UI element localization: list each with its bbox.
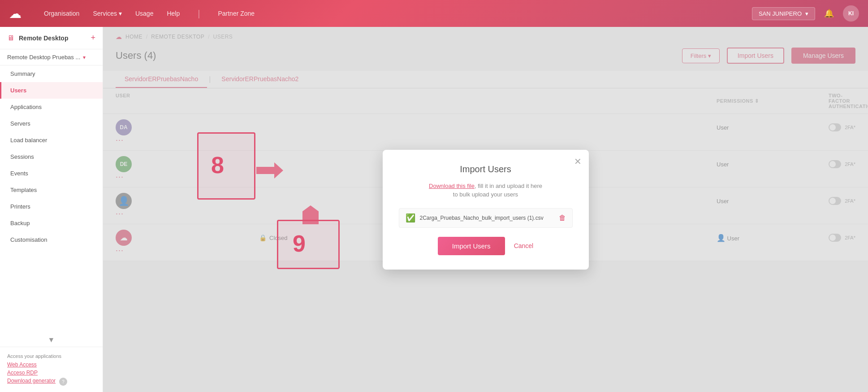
sidebar-org-selector[interactable]: Remote Desktop Pruebas ... ▾: [0, 49, 103, 65]
sidebar-footer-title: Access your applications: [7, 353, 95, 359]
sidebar-item-applications[interactable]: Applications: [0, 99, 103, 115]
modal-cancel-button[interactable]: Cancel: [514, 242, 534, 249]
org-dropdown-icon: ▾: [805, 10, 808, 17]
content-area: ☁ HOME / REMOTE DESKTOP / USERS Users (4…: [103, 27, 868, 392]
sidebar-org-arrow-icon: ▾: [83, 54, 86, 61]
user-avatar[interactable]: KI: [843, 5, 859, 22]
modal-description: Download this file, fill it in and uploa…: [399, 182, 573, 199]
sidebar-item-users[interactable]: Users: [0, 82, 103, 99]
sidebar-item-summary[interactable]: Summary: [0, 65, 103, 82]
modal-actions: Import Users Cancel: [399, 237, 573, 255]
sidebar-header: 🖥 Remote Desktop +: [0, 27, 103, 49]
delete-file-icon[interactable]: 🗑: [559, 214, 566, 222]
modal-file-row: ✅ 2Carga_Pruebas_Nacho_bulk_import_users…: [399, 208, 573, 228]
sidebar-item-sessions[interactable]: Sessions: [0, 148, 103, 165]
sidebar-scroll-down[interactable]: ▼: [0, 333, 103, 347]
top-navbar: ☁ Organisation Services ▾ Usage Help | P…: [0, 0, 868, 27]
sidebar: 🖥 Remote Desktop + Remote Desktop Prueba…: [0, 27, 103, 392]
navbar-logo: ☁: [9, 6, 22, 21]
sidebar-web-access-link[interactable]: Web Access: [7, 362, 95, 368]
org-name: SAN JUNIPERO: [759, 10, 802, 17]
sidebar-product-title: Remote Desktop: [19, 35, 86, 42]
nav-organisation[interactable]: Organisation: [44, 10, 79, 17]
svg-marker-1: [302, 205, 319, 224]
modal-import-button[interactable]: Import Users: [438, 237, 505, 255]
modal-overlay: ✕ Import Users Download this file, fill …: [103, 27, 868, 392]
nav-services[interactable]: Services ▾: [93, 10, 122, 17]
sidebar-rdp-link[interactable]: Acceso RDP: [7, 370, 95, 376]
sidebar-header-icon: 🖥: [7, 34, 14, 42]
nav-usage[interactable]: Usage: [135, 10, 153, 17]
modal-close-button[interactable]: ✕: [574, 156, 582, 167]
file-check-icon: ✅: [406, 213, 415, 223]
navbar-separator: |: [198, 9, 200, 19]
download-file-link[interactable]: Download this file: [429, 183, 475, 189]
sidebar-item-customisation[interactable]: Customisation: [0, 231, 103, 248]
sidebar-download-generator-link[interactable]: Download generator: [7, 378, 56, 384]
sidebar-org-name: Remote Desktop Pruebas ...: [7, 54, 80, 61]
svg-marker-0: [256, 162, 283, 179]
navbar-right: SAN JUNIPERO ▾ 🔔 KI: [752, 5, 859, 22]
sidebar-item-backup[interactable]: Backup: [0, 215, 103, 231]
sidebar-footer: Access your applications Web Access Acce…: [0, 347, 103, 392]
navbar-links: Organisation Services ▾ Usage Help | Par…: [44, 9, 738, 19]
nav-help[interactable]: Help: [167, 10, 180, 17]
nav-partner-zone[interactable]: Partner Zone: [218, 10, 255, 17]
sidebar-item-load-balancer[interactable]: Load balancer: [0, 132, 103, 148]
org-selector[interactable]: SAN JUNIPERO ▾: [752, 7, 815, 20]
sidebar-help-icon[interactable]: ?: [59, 378, 67, 386]
import-users-modal: ✕ Import Users Download this file, fill …: [383, 150, 589, 270]
modal-file-name: 2Carga_Pruebas_Nacho_bulk_import_users (…: [420, 215, 554, 221]
modal-title: Import Users: [399, 164, 573, 174]
sidebar-nav: Summary Users Applications Servers Load …: [0, 65, 103, 333]
sidebar-item-printers[interactable]: Printers: [0, 198, 103, 215]
notification-bell[interactable]: 🔔: [824, 9, 834, 18]
sidebar-add-button[interactable]: +: [91, 33, 95, 43]
sidebar-item-servers[interactable]: Servers: [0, 115, 103, 132]
sidebar-item-templates[interactable]: Templates: [0, 182, 103, 198]
sidebar-item-events[interactable]: Events: [0, 165, 103, 182]
main-layout: 🖥 Remote Desktop + Remote Desktop Prueba…: [0, 27, 868, 392]
